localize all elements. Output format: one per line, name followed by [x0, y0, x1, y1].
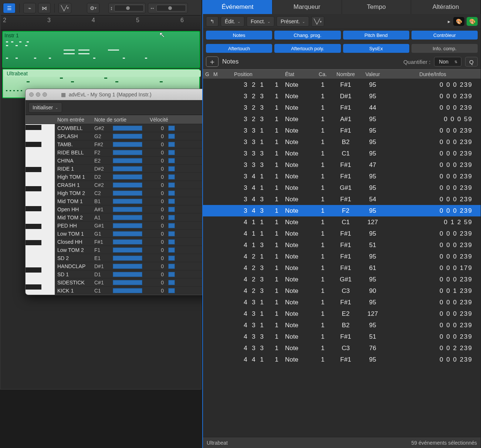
event-state[interactable]: Note	[283, 126, 315, 136]
note-bar[interactable]	[111, 181, 148, 189]
note-bar[interactable]	[111, 189, 148, 197]
event-duration[interactable]: 0 0 0 239	[385, 80, 481, 90]
event-channel[interactable]: 1	[315, 206, 331, 216]
event-subposition[interactable]: 1	[267, 183, 283, 193]
velocity-value[interactable]: 0	[148, 254, 166, 262]
event-subposition[interactable]: 1	[267, 217, 283, 228]
mapped-row[interactable]: Mid TOM 2A10	[55, 213, 214, 222]
event-channel[interactable]: 1	[315, 286, 331, 296]
event-subposition[interactable]: 1	[267, 320, 283, 331]
filter-pill[interactable]: Aftertouch poly.	[274, 44, 341, 53]
velocity-bar[interactable]	[166, 214, 203, 221]
event-position[interactable]: 4 1 1	[219, 229, 267, 239]
event-number[interactable]: F#1	[331, 80, 360, 90]
event-number[interactable]: F#1	[331, 355, 360, 365]
mapped-row[interactable]: RIDE BELLF20	[55, 148, 214, 157]
event-row[interactable]: 3 3 31Note1F#1470 0 0 239	[203, 159, 481, 171]
output-note[interactable]: D#2	[92, 165, 111, 173]
note-bar[interactable]	[111, 287, 148, 294]
note-bar[interactable]	[111, 141, 148, 148]
event-duration[interactable]: 0 0 0 239	[385, 206, 481, 216]
event-value[interactable]: 95	[360, 355, 385, 365]
filter-pill[interactable]: Pitch Bend	[343, 31, 409, 40]
event-subposition[interactable]: 1	[267, 137, 283, 147]
event-state[interactable]: Note	[283, 343, 315, 353]
event-position[interactable]: 3 3 3	[219, 148, 267, 159]
mapped-instrument-window[interactable]: ▦ advEvL - My Song 1 (Mapped Instr.) Ini…	[25, 89, 214, 295]
event-state[interactable]: Note	[283, 320, 315, 331]
event-number[interactable]: F#1	[331, 103, 360, 113]
event-row[interactable]: 4 3 11Note1B2950 0 0 239	[203, 319, 481, 331]
event-state[interactable]: Note	[283, 114, 315, 124]
tab-tempo[interactable]: Tempo	[342, 0, 411, 14]
output-note[interactable]: E2	[92, 157, 111, 165]
event-subposition[interactable]: 1	[267, 114, 283, 124]
velocity-bar[interactable]	[166, 263, 203, 270]
event-duration[interactable]: 0 0 0 239	[385, 240, 481, 250]
event-duration[interactable]: 0 0 0 239	[385, 309, 481, 319]
event-subposition[interactable]: 1	[267, 343, 283, 353]
event-number[interactable]: F#1	[331, 240, 360, 250]
velocity-bar[interactable]	[166, 133, 203, 140]
event-value[interactable]: 54	[360, 194, 385, 205]
event-subposition[interactable]: 1	[267, 309, 283, 319]
event-position[interactable]: 4 4 1	[219, 355, 267, 365]
event-state[interactable]: Note	[283, 183, 315, 193]
event-subposition[interactable]: 1	[267, 274, 283, 285]
event-state[interactable]: Note	[283, 309, 315, 319]
event-row[interactable]: 3 2 31Note1A#1950 0 0 59	[203, 113, 481, 125]
event-position[interactable]: 3 2 3	[219, 114, 267, 124]
vertical-zoom-slider[interactable]	[114, 5, 144, 11]
event-subposition[interactable]: 1	[267, 263, 283, 273]
event-duration[interactable]: 0 0 0 239	[385, 252, 481, 262]
event-channel[interactable]: 1	[315, 274, 331, 285]
view-mode-button[interactable]: ☰	[3, 3, 16, 13]
event-channel[interactable]: 1	[315, 320, 331, 331]
output-note[interactable]: F#2	[92, 140, 111, 148]
note-bar[interactable]	[111, 263, 148, 270]
edit-menu[interactable]: Édit.⌄	[221, 16, 244, 27]
timeline-ruler[interactable]: 2 3 4 5 6	[1, 16, 201, 30]
velocity-bar[interactable]	[166, 246, 203, 254]
velocity-value[interactable]: 0	[148, 287, 166, 295]
event-duration[interactable]: 0 0 0 239	[385, 355, 481, 365]
note-bar[interactable]	[111, 271, 148, 278]
event-row[interactable]: 4 1 11Note1F#1950 0 0 239	[203, 228, 481, 239]
event-channel[interactable]: 1	[315, 103, 331, 113]
event-position[interactable]: 3 2 1	[219, 80, 267, 90]
event-duration[interactable]: 0 0 1 239	[385, 286, 481, 296]
velocity-bar[interactable]	[166, 230, 203, 237]
event-row[interactable]: 3 3 31Note1C1950 0 0 239	[203, 148, 481, 159]
track-region-instr1[interactable]: Instr 1	[2, 31, 200, 68]
velocity-value[interactable]: 0	[148, 173, 166, 181]
event-value[interactable]: 95	[360, 114, 385, 124]
event-position[interactable]: 3 3 1	[219, 137, 267, 147]
velocity-bar[interactable]	[166, 189, 203, 197]
mapped-row[interactable]: SPLASHG20	[55, 132, 214, 140]
col-state[interactable]: État	[283, 70, 315, 79]
event-row[interactable]: 3 4 11Note1F#1950 0 0 239	[203, 171, 481, 182]
event-value[interactable]: 127	[360, 217, 385, 228]
output-note[interactable]: G1	[92, 230, 111, 238]
event-duration[interactable]: 0 0 0 179	[385, 263, 481, 273]
event-position[interactable]: 4 2 1	[219, 252, 267, 262]
filter-button[interactable]: ╲╱▾	[58, 3, 71, 13]
event-subposition[interactable]: 1	[267, 297, 283, 308]
filter-button[interactable]: ╲╱▾	[311, 16, 324, 27]
velocity-bar[interactable]	[166, 157, 203, 164]
color-palette-green[interactable]: 🎨	[467, 17, 478, 26]
event-value[interactable]: 95	[360, 183, 385, 193]
event-duration[interactable]: 0 0 0 239	[385, 183, 481, 193]
output-note[interactable]: G#1	[92, 222, 111, 230]
note-bar[interactable]	[111, 165, 148, 172]
velocity-value[interactable]: 0	[148, 140, 166, 148]
event-channel[interactable]: 1	[315, 252, 331, 262]
event-channel[interactable]: 1	[315, 263, 331, 273]
event-row[interactable]: 3 4 31Note1F2950 0 0 239	[203, 205, 481, 216]
event-row[interactable]: 3 3 11Note1F#1950 0 0 239	[203, 125, 481, 136]
functions-menu[interactable]: Fonct.⌄	[247, 16, 274, 27]
event-row[interactable]: 4 2 31Note1C3900 0 1 239	[203, 285, 481, 297]
event-row[interactable]: 3 2 31Note1F#1440 0 0 239	[203, 102, 481, 113]
tool-link-button[interactable]: ⋈	[38, 3, 51, 13]
event-value[interactable]: 44	[360, 103, 385, 113]
